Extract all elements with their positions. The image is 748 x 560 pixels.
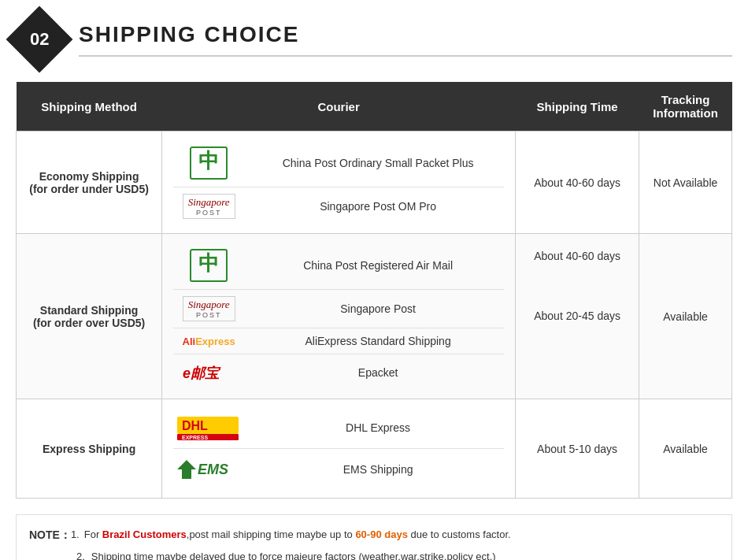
- dhl-icon: DHL EXPRESS: [177, 414, 240, 442]
- aliexpress-icon: AliExpress: [183, 336, 235, 347]
- col-tracking: Tracking Information: [639, 82, 732, 132]
- shipping-table: Shipping Method Courier Shipping Time Tr…: [16, 82, 732, 499]
- svg-text:中: 中: [198, 251, 219, 275]
- svg-text:DHL: DHL: [182, 419, 208, 432]
- svg-text:EMS: EMS: [198, 462, 228, 477]
- sgpost-name: Singapore Post: [244, 302, 504, 315]
- aliexpress-shipping-name: AliExpress Standard Shipping: [244, 335, 504, 347]
- svg-text:中: 中: [198, 149, 219, 172]
- courier-row-chinapost1: 中 China Post Ordinary Small Packet Plus: [173, 139, 504, 187]
- method-express: Express Shipping: [17, 399, 162, 499]
- courier-row-epacket: e邮宝 Epacket: [173, 354, 504, 391]
- singapore-post-logo-2: Singapore POST: [173, 296, 244, 321]
- table-row: Standard Shipping(for order over USD5) 中…: [17, 234, 732, 399]
- col-courier: Courier: [162, 82, 516, 132]
- page-header: 02 SHIPPING CHOICE: [16, 16, 732, 63]
- note-text-1: For Brazil Customers,post mail shipping …: [84, 526, 511, 543]
- ems-icon: EMS: [177, 455, 240, 484]
- courier-row-dhl: DHL EXPRESS DHL Express: [173, 407, 504, 448]
- note-number-2: 2.: [76, 548, 85, 560]
- brazil-highlight: Brazil Customers: [102, 528, 187, 540]
- chinapost-logo-2: 中: [173, 248, 244, 283]
- note-number-1: 1.: [71, 526, 80, 543]
- table-row: Economy Shipping(for order under USD5) 中…: [17, 132, 732, 234]
- courier-row-aliexpress: AliExpress AliExpress Standard Shipping: [173, 328, 504, 354]
- note-label: NOTE：: [29, 526, 71, 545]
- courier-row-chinapost2: 中 China Post Registered Air Mail: [173, 242, 504, 289]
- svg-marker-9: [177, 460, 196, 479]
- page-title: SHIPPING CHOICE: [79, 22, 732, 57]
- chinapost-icon-2: 中: [189, 248, 228, 283]
- sgpost-om-name: Singapore Post OM Pro: [244, 200, 504, 213]
- note-line-2: 2. Shipping time maybe delayed due to fo…: [76, 548, 719, 560]
- time-economy: About 40-60 days: [516, 132, 639, 234]
- note-line-1: NOTE： 1. For Brazil Customers,post mail …: [29, 526, 719, 545]
- svg-text:EXPRESS: EXPRESS: [182, 435, 208, 440]
- tracking-express: Available: [639, 399, 732, 499]
- table-header-row: Shipping Method Courier Shipping Time Tr…: [17, 82, 732, 132]
- aliexpress-logo: AliExpress: [173, 336, 244, 347]
- chinapost-icon: 中: [189, 146, 228, 180]
- col-method: Shipping Method: [17, 82, 162, 132]
- chinapost-airmail-name: China Post Registered Air Mail: [244, 259, 504, 272]
- ems-logo: EMS: [173, 455, 244, 484]
- col-time: Shipping Time: [516, 82, 639, 132]
- courier-row-ems: EMS EMS Shipping: [173, 448, 504, 490]
- notes-section: NOTE： 1. For Brazil Customers,post mail …: [16, 514, 732, 560]
- time-express: About 5-10 days: [516, 399, 639, 499]
- courier-row-sgpost1: Singapore POST Singapore Post OM Pro: [173, 187, 504, 225]
- courier-economy: 中 China Post Ordinary Small Packet Plus …: [162, 132, 516, 234]
- note-text-2: Shipping time maybe delayed due to force…: [91, 548, 496, 560]
- epacket-name: Epacket: [244, 366, 504, 379]
- chinapost-logo-1: 中: [173, 146, 244, 180]
- method-standard: Standard Shipping(for order over USD5): [17, 234, 162, 399]
- ems-name: EMS Shipping: [244, 463, 504, 476]
- time-standard: About 40-60 days About 20-45 days: [516, 234, 639, 399]
- tracking-economy: Not Available: [639, 132, 732, 234]
- chinapost-ordinary-name: China Post Ordinary Small Packet Plus: [244, 157, 504, 169]
- dhl-name: DHL Express: [244, 421, 504, 434]
- section-badge: 02: [6, 6, 73, 73]
- tracking-standard: Available: [639, 234, 732, 399]
- svg-text:e邮宝: e邮宝: [183, 365, 221, 381]
- courier-standard: 中 China Post Registered Air Mail Singapo…: [162, 234, 516, 399]
- epacket-logo: e邮宝: [173, 361, 244, 384]
- courier-row-sgpost2: Singapore POST Singapore Post: [173, 289, 504, 328]
- table-row: Express Shipping DHL EXPRESS DHL Express: [17, 399, 732, 499]
- dhl-logo: DHL EXPRESS: [173, 414, 244, 442]
- singapore-post-logo-1: Singapore POST: [173, 194, 244, 219]
- days-highlight: 60-90 days: [355, 528, 408, 540]
- method-economy: Economy Shipping(for order under USD5): [17, 132, 162, 234]
- courier-express: DHL EXPRESS DHL Express EMS: [162, 399, 516, 499]
- epacket-icon: e邮宝: [181, 361, 236, 384]
